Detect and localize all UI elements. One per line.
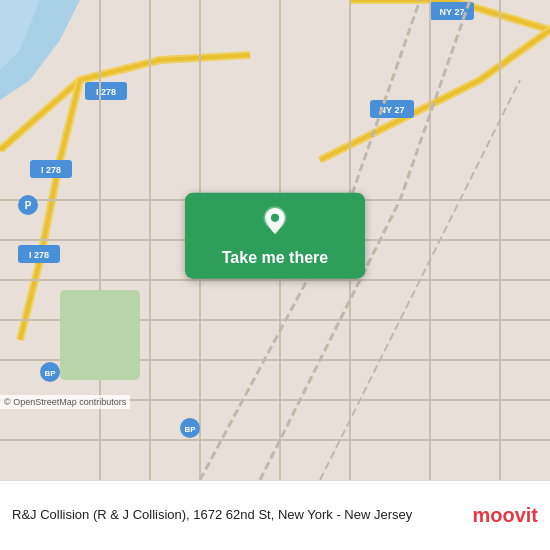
- svg-text:BP: BP: [184, 425, 196, 434]
- moovit-logo: moovit: [472, 504, 538, 527]
- action-button-container: Take me there: [185, 193, 365, 279]
- svg-text:I 278: I 278: [29, 250, 49, 260]
- svg-text:BP: BP: [44, 369, 56, 378]
- location-description: R&J Collision (R & J Collision), 1672 62…: [12, 506, 472, 524]
- svg-text:NY 27: NY 27: [380, 105, 405, 115]
- take-me-there-button[interactable]: Take me there: [185, 193, 365, 279]
- svg-text:I 278: I 278: [41, 165, 61, 175]
- moovit-logo-text: moovit: [472, 504, 538, 527]
- action-button-label: Take me there: [222, 249, 328, 267]
- svg-text:NY 27: NY 27: [440, 7, 465, 17]
- map-view[interactable]: I 278 I 278 I 278 NY 27 NY 27: [0, 0, 550, 480]
- svg-text:I 278: I 278: [96, 87, 116, 97]
- bottom-bar: R&J Collision (R & J Collision), 1672 62…: [0, 480, 550, 550]
- svg-rect-25: [60, 290, 140, 380]
- svg-point-35: [271, 214, 279, 222]
- svg-text:P: P: [25, 200, 32, 211]
- map-attribution: © OpenStreetMap contributors: [0, 395, 130, 409]
- location-pin-icon: [257, 205, 293, 241]
